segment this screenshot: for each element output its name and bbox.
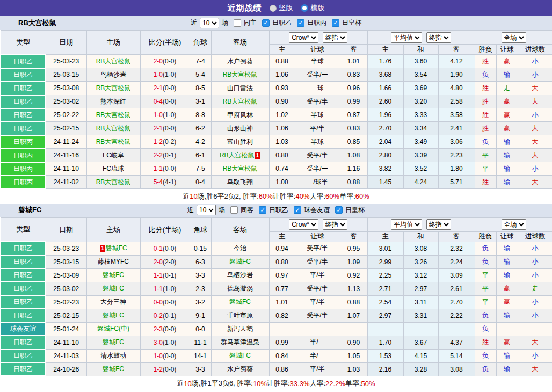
avg-stage-select[interactable]: 终指 <box>426 32 451 43</box>
score-cell[interactable]: 2-1(0-0) <box>140 122 190 135</box>
score-cell[interactable]: 0-0(0-0) <box>140 295 190 309</box>
away-team-cell[interactable]: 磐城FC <box>211 295 269 309</box>
home-team-cell[interactable]: RB大宫松鼠 <box>86 176 140 189</box>
recent-count-select[interactable]: 10 <box>200 18 219 28</box>
avg-source-select[interactable]: 平均值 <box>391 219 422 230</box>
home-team-cell[interactable]: 磐城FC <box>86 282 140 295</box>
column-header: 进球数 <box>518 231 552 242</box>
result-text: 平 <box>482 271 489 279</box>
fulltime-score: 0-1 <box>154 245 163 252</box>
score-cell[interactable]: 1-1(0-1) <box>140 268 190 282</box>
home-team-cell[interactable]: RB大宫松鼠 <box>86 108 140 122</box>
away-team-cell[interactable]: 富山胜利 <box>211 135 269 149</box>
avg-stage-select[interactable]: 终指 <box>426 219 451 230</box>
score-cell[interactable]: 1-2(0-2) <box>140 135 190 149</box>
away-team-cell[interactable]: RB大宫松鼠 <box>211 162 269 176</box>
result-text: 大 <box>532 125 539 132</box>
home-team-cell[interactable]: 1磐城FC <box>86 242 140 255</box>
score-cell[interactable]: 1-0(0-0) <box>140 349 190 362</box>
away-team-cell[interactable]: 鸟取飞翔 <box>211 176 269 189</box>
home-team-cell[interactable]: FC琉球 <box>86 162 140 176</box>
score-cell[interactable]: 1-0(1-0) <box>140 68 190 82</box>
away-team-cell[interactable]: RB大宫松鼠1 <box>211 149 269 162</box>
home-team-cell[interactable]: RB大宫松鼠 <box>86 55 140 68</box>
home-team-cell[interactable]: 清水鼓动 <box>86 349 140 362</box>
score-cell[interactable]: 1-1(1-0) <box>140 282 190 295</box>
away-team-cell[interactable]: 水户蜀葵 <box>211 55 269 68</box>
away-team-cell[interactable]: RB大宫松鼠 <box>211 68 269 82</box>
away-team-cell[interactable]: 山口雷法 <box>211 82 269 95</box>
odds-stage-select[interactable]: 终指 <box>323 219 347 230</box>
away-team-cell[interactable]: 千叶市原 <box>211 309 269 322</box>
away-team-cell[interactable]: 磐城FC <box>211 255 269 268</box>
away-team-cell[interactable]: 群马草津温泉 <box>211 336 269 349</box>
home-team-cell[interactable]: RB大宫松鼠 <box>86 122 140 135</box>
score-cell[interactable]: 1-1(0-0) <box>140 162 190 176</box>
result-cell: 大 <box>518 362 552 376</box>
average-odds-cell: 4.24 <box>403 176 438 189</box>
odds-source-select[interactable]: Crow* <box>289 32 318 43</box>
score-cell[interactable]: 0-4(0-0) <box>140 95 190 108</box>
score-cell[interactable]: 0-1(0-0) <box>140 242 190 255</box>
league-checkbox[interactable]: ✓ <box>259 206 266 214</box>
handicap-odds-cell: 0.90 <box>269 95 295 108</box>
avg-source-select[interactable]: 平均值 <box>391 32 422 43</box>
away-team-cell[interactable]: 新泻天鹅 <box>211 322 269 336</box>
same-venue-checkbox[interactable] <box>234 19 241 27</box>
away-team-cell[interactable]: 水户蜀葵 <box>211 362 269 376</box>
league-checkbox[interactable]: ✓ <box>294 206 301 214</box>
score-cell[interactable]: 2-2(0-1) <box>140 149 190 162</box>
away-team-cell[interactable]: 山形山神 <box>211 122 269 135</box>
fulltime-score: 1-1 <box>154 165 163 172</box>
home-team-cell[interactable]: 磐城FC <box>86 268 140 282</box>
score-cell[interactable]: 1-0(1-0) <box>140 108 190 122</box>
home-team-cell[interactable]: 熊本深红 <box>86 95 140 108</box>
score-cell[interactable]: 2-1(0-0) <box>140 82 190 95</box>
league-label: 球会友谊 <box>304 206 330 215</box>
league-checkbox[interactable]: ✓ <box>262 19 270 27</box>
same-venue-checkbox[interactable] <box>230 206 238 214</box>
check-icon: ✓ <box>260 207 265 213</box>
league-checkbox[interactable]: ✓ <box>297 19 304 27</box>
score-cell[interactable]: 5-4(4-1) <box>140 176 190 189</box>
handicap-odds-cell: 一球 <box>295 82 340 95</box>
score-cell[interactable]: 0-2(0-1) <box>140 309 190 322</box>
scope-select[interactable]: 全场 <box>502 32 526 43</box>
scope-select[interactable]: 全场 <box>502 219 526 230</box>
radio-vertical-layout[interactable]: 竖版 <box>270 3 293 13</box>
score-cell[interactable]: 1-2(0-0) <box>140 362 190 376</box>
league-label: 日职乙 <box>269 206 288 215</box>
odds-source-select[interactable]: Crow* <box>289 219 318 230</box>
score-cell[interactable]: 2-0(2-0) <box>140 255 190 268</box>
away-team-cell[interactable]: 甲府风林 <box>211 108 269 122</box>
home-team-cell[interactable]: 磐城FC <box>86 309 140 322</box>
league-checkbox[interactable]: ✓ <box>335 206 343 214</box>
handicap-odds-cell: 1.00 <box>269 176 295 189</box>
result-cell: 赢 <box>496 55 518 68</box>
away-team-cell[interactable]: 今治 <box>211 242 269 255</box>
home-team-cell[interactable]: 鸟栖沙岩 <box>86 68 140 82</box>
score-cell[interactable]: 3-0(1-0) <box>140 336 190 349</box>
away-team-cell[interactable]: 鸟栖沙岩 <box>211 268 269 282</box>
away-team-cell[interactable]: RB大宫松鼠 <box>211 95 269 108</box>
home-team-cell[interactable]: 大分三神 <box>86 295 140 309</box>
home-team-cell[interactable]: 磐城FC <box>86 362 140 376</box>
home-team-cell[interactable]: RB大宫松鼠 <box>86 82 140 95</box>
score-cell[interactable]: 2-3(0-0) <box>140 322 190 336</box>
score-cell[interactable]: 2-0(0-0) <box>140 55 190 68</box>
home-team-cell[interactable]: RB大宫松鼠 <box>86 135 140 149</box>
result-text: 输 <box>504 271 510 279</box>
league-checkbox[interactable]: ✓ <box>332 19 339 27</box>
home-team-cell[interactable]: FC岐阜 <box>86 149 140 162</box>
home-team-cell[interactable]: 藤枝MYFC <box>86 255 140 268</box>
odds-stage-select[interactable]: 终指 <box>323 32 347 43</box>
average-odds-cell: 3.82 <box>367 162 403 176</box>
home-team-cell[interactable]: 磐城FC <box>86 336 140 349</box>
average-odds-cell: 2.41 <box>438 122 475 135</box>
away-team-cell[interactable]: 德岛漩涡 <box>211 282 269 295</box>
home-team-cell[interactable]: 磐城FC(中) <box>86 322 140 336</box>
away-team-cell[interactable]: 磐城FC <box>211 349 269 362</box>
recent-count-select[interactable]: 10 <box>197 205 216 215</box>
team-link: 鸟取飞翔 <box>227 178 253 186</box>
radio-horizontal-layout[interactable]: 横版 <box>301 3 325 13</box>
